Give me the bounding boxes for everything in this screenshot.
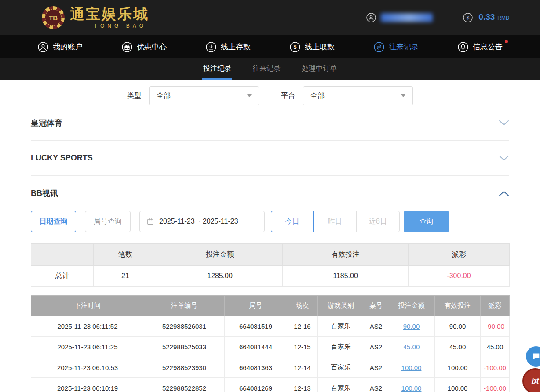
valid-bet-cell: 100.00 <box>435 378 481 392</box>
game-type-cell: 百家乐 <box>318 378 364 392</box>
section-crown-sports[interactable]: 皇冠体育 <box>31 105 509 141</box>
yesterday-button[interactable]: 昨日 <box>313 211 357 232</box>
bell-icon <box>457 41 469 53</box>
date-query-button[interactable]: 日期查询 <box>31 211 76 232</box>
summary-header-cell: 笔数 <box>94 244 157 266</box>
time-cell: 2025-11-23 06:11:25 <box>31 337 144 357</box>
avatar-icon <box>366 12 376 23</box>
filter-row: 类型 全部 平台 全部 <box>31 86 509 105</box>
nav-promotions[interactable]: 优惠中心 <box>121 41 167 53</box>
total-payout-cell: -300.00 <box>409 266 510 287</box>
tab-pending-orders[interactable]: 处理中订单 <box>301 58 338 80</box>
detail-table-body: 2025-11-23 06:11:52522988526031664081519… <box>31 316 510 392</box>
user-icon <box>37 41 49 53</box>
platform-select[interactable]: 全部 <box>303 86 413 105</box>
payout-cell: -100.00 <box>481 357 510 378</box>
type-select[interactable]: 全部 <box>149 86 259 105</box>
payout-cell: 45.00 <box>481 337 510 357</box>
order-no-cell: 522988522852 <box>144 378 225 392</box>
nav-online-deposit[interactable]: 线上存款 <box>205 41 251 53</box>
session-cell: 12-13 <box>287 378 318 392</box>
total-valid-bet-cell: 1185.00 <box>283 266 409 287</box>
time-cell: 2025-11-23 06:10:19 <box>31 378 144 392</box>
caret-down-icon <box>401 94 405 97</box>
quick-range-group: 今日 昨日 近8日 <box>271 211 400 232</box>
records-icon <box>373 41 385 53</box>
table-row: 2025-11-23 06:11:25522988525033664081444… <box>31 337 510 357</box>
valid-bet-cell: 90.00 <box>435 316 481 337</box>
session-cell: 12-14 <box>287 357 318 378</box>
chat-bubble-icon <box>531 352 540 361</box>
section-bb-video[interactable]: BB视讯 <box>31 176 509 211</box>
notification-dot-icon <box>505 40 508 43</box>
chevron-up-icon[interactable] <box>499 190 509 196</box>
platform-filter-label: 平台 <box>281 91 295 101</box>
top-header: TB 通宝娱乐城 TONG BAO $ 0.33 RMB <box>0 0 540 35</box>
withdraw-icon: $ <box>289 41 301 53</box>
bet-amount-link[interactable]: 100.00 <box>401 364 422 371</box>
section-title: BB视讯 <box>31 188 58 199</box>
order-no-cell: 522988525033 <box>144 337 225 357</box>
nav-my-account[interactable]: 我的账户 <box>37 41 83 53</box>
bet-amount-cell: 90.00 <box>388 316 435 337</box>
summary-header-cell: 有效投注 <box>283 244 409 266</box>
table-row: 2025-11-23 06:10:19522988522852664081269… <box>31 378 510 392</box>
svg-text:$: $ <box>294 44 297 50</box>
nav-online-withdrawal[interactable]: $线上取款 <box>289 41 335 53</box>
today-button[interactable]: 今日 <box>271 211 314 232</box>
section-lucky-sports[interactable]: LUCKY SPORTS <box>31 141 509 176</box>
summary-header-cell: 投注金额 <box>157 244 283 266</box>
type-filter-label: 类型 <box>127 91 141 101</box>
total-count-cell: 21 <box>94 266 157 287</box>
platform-select-value: 全部 <box>310 91 325 101</box>
detail-header-cell: 注单编号 <box>144 296 225 316</box>
detail-header-cell: 桌号 <box>364 296 388 316</box>
balance[interactable]: $ 0.33 RMB <box>463 12 509 23</box>
brand-title: 通宝娱乐城 <box>70 7 149 21</box>
detail-header-cell: 投注金额 <box>388 296 435 316</box>
summary-total-row: 总计 21 1285.00 1185.00 -300.00 <box>31 266 510 287</box>
table-no-cell: AS2 <box>364 357 388 378</box>
gift-icon <box>121 41 133 53</box>
main-content: 类型 全部 平台 全部 皇冠体育 LUCKY SPORTS BB视讯 <box>0 86 540 392</box>
search-button[interactable]: 查询 <box>404 211 449 232</box>
chevron-down-icon[interactable] <box>499 120 509 126</box>
table-no-cell: AS2 <box>364 378 388 392</box>
session-cell: 12-16 <box>287 316 318 337</box>
game-type-cell: 百家乐 <box>318 337 364 357</box>
date-range-input[interactable]: 2025-11-23 ~ 2025-11-23 <box>139 211 265 232</box>
time-cell: 2025-11-23 06:11:52 <box>31 316 144 337</box>
bet-amount-link[interactable]: 90.00 <box>403 323 420 330</box>
detail-header-cell: 派彩 <box>481 296 510 316</box>
nav-announcements[interactable]: 信息公告 <box>457 41 503 53</box>
nav-transaction-records[interactable]: 往来记录 <box>373 41 419 53</box>
round-no-cell: 664081363 <box>225 357 287 378</box>
valid-bet-cell: 100.00 <box>435 357 481 378</box>
brand-logo[interactable]: TB 通宝娱乐城 TONG BAO <box>42 6 149 29</box>
tab-transaction-records[interactable]: 往来记录 <box>252 58 281 80</box>
round-query-button[interactable]: 局号查询 <box>85 211 131 232</box>
tab-bet-records[interactable]: 投注纪录 <box>202 58 232 80</box>
detail-table: 下注时间注单编号局号场次游戏类别桌号投注金额有效投注派彩 2025-11-23 … <box>31 295 510 392</box>
section-title: 皇冠体育 <box>31 118 62 128</box>
table-no-cell: AS2 <box>364 316 388 337</box>
chevron-down-icon[interactable] <box>499 155 509 161</box>
game-type-cell: 百家乐 <box>318 316 364 337</box>
brand-subtitle: TONG BAO <box>70 23 149 29</box>
bet-amount-link[interactable]: 45.00 <box>403 343 420 351</box>
balance-currency: RMB <box>497 15 509 21</box>
round-no-cell: 664081269 <box>225 378 287 392</box>
balance-value: 0.33 <box>478 12 495 22</box>
round-no-cell: 664081444 <box>225 337 287 357</box>
detail-header-row: 下注时间注单编号局号场次游戏类别桌号投注金额有效投注派彩 <box>31 296 510 316</box>
time-cell: 2025-11-23 06:10:53 <box>31 357 144 378</box>
table-row: 2025-11-23 06:10:53522988523930664081363… <box>31 357 510 378</box>
detail-header-cell: 有效投注 <box>435 296 481 316</box>
date-range-value: 2025-11-23 ~ 2025-11-23 <box>159 218 238 225</box>
type-select-value: 全部 <box>157 91 171 101</box>
last-8-days-button[interactable]: 近8日 <box>356 211 400 232</box>
query-bar: 日期查询 局号查询 2025-11-23 ~ 2025-11-23 今日 昨日 … <box>31 211 509 232</box>
round-no-cell: 664081519 <box>225 316 287 337</box>
payout-cell: -100.00 <box>481 378 510 392</box>
bet-amount-link[interactable]: 100.00 <box>401 385 422 392</box>
